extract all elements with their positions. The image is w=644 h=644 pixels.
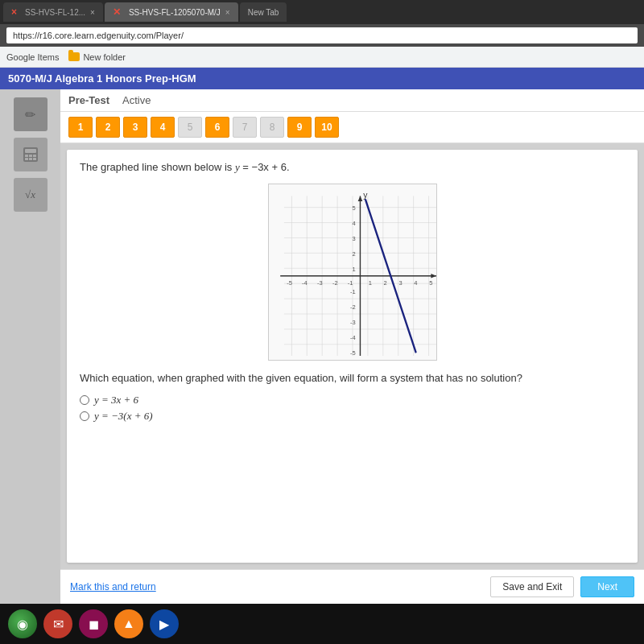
- answer-choice-b[interactable]: y = −3(x + 6): [80, 410, 625, 423]
- calculator-tool-button[interactable]: [14, 138, 47, 171]
- url-input[interactable]: [6, 27, 638, 43]
- formula-icon: √x: [25, 188, 35, 201]
- bottom-bar: Mark this and return Save and Exit Next: [60, 569, 644, 604]
- svg-text:-1: -1: [347, 279, 353, 287]
- svg-text:-5: -5: [350, 349, 356, 357]
- new-folder-label: New folder: [83, 52, 126, 62]
- question-tab-5[interactable]: 5: [178, 117, 202, 138]
- svg-text:3: 3: [352, 235, 355, 242]
- pretest-label: Pre-Test: [68, 94, 109, 106]
- answer-choice-a[interactable]: y = 3x + 6: [80, 394, 625, 407]
- question-tab-8[interactable]: 8: [260, 117, 284, 138]
- mail-icon: ✉: [53, 617, 64, 632]
- bookmark-new-folder[interactable]: New folder: [68, 52, 126, 62]
- svg-text:4: 4: [414, 279, 417, 287]
- tab-new-3[interactable]: New Tab: [240, 2, 287, 22]
- question-tab-10[interactable]: 10: [315, 117, 339, 138]
- app-header: 5070-M/J Algebra 1 Honors Prep-HGM: [0, 68, 644, 89]
- drive-icon: ▲: [122, 617, 135, 631]
- tab-x-btn-2[interactable]: ×: [225, 8, 230, 17]
- question-intro-text: The graphed line shown below is y = −3x …: [80, 161, 625, 174]
- address-bar: [0, 24, 644, 47]
- browser-chrome: × SS-HVS-FL-12... × ✕ SS-HVS-FL-1205070-…: [0, 0, 644, 68]
- right-panel: Pre-Test Active 1 2 3 4 5 6 7 8 9 10 The…: [60, 89, 644, 604]
- svg-rect-4: [33, 155, 36, 157]
- question-tab-2[interactable]: 2: [96, 117, 120, 138]
- tab-label-1: SS-HVS-FL-12...: [25, 8, 85, 17]
- svg-text:1: 1: [368, 279, 371, 287]
- pretest-bar: Pre-Test Active: [60, 89, 644, 112]
- chrome-taskbar-icon[interactable]: ◉: [8, 609, 37, 638]
- svg-text:-3: -3: [350, 319, 356, 326]
- calculator-icon: [22, 146, 39, 163]
- svg-marker-31: [357, 196, 362, 201]
- choice-b-label: y = −3(x + 6): [94, 410, 153, 423]
- bottom-buttons: Save and Exit Next: [490, 576, 634, 597]
- mark-return-link[interactable]: Mark this and return: [70, 581, 156, 592]
- pretest-status: Active: [122, 94, 151, 106]
- question-tab-9[interactable]: 9: [287, 117, 312, 138]
- question-tab-3[interactable]: 3: [123, 117, 147, 138]
- taskbar: ◉ ✉ ◼ ▲ ▶: [0, 604, 644, 644]
- equation-formula: y: [235, 161, 240, 173]
- answer-choices: y = 3x + 6 y = −3(x + 6): [80, 394, 625, 423]
- svg-text:1: 1: [352, 266, 355, 273]
- question-prompt: Which equation, when graphed with the gi…: [80, 372, 625, 384]
- svg-marker-30: [431, 274, 436, 279]
- question-content: The graphed line shown below is y = −3x …: [67, 150, 638, 563]
- radio-a[interactable]: [80, 395, 89, 405]
- bookmarks-bar: Google Items New folder: [0, 47, 644, 68]
- svg-rect-6: [29, 158, 32, 160]
- svg-rect-2: [25, 155, 28, 157]
- svg-text:-2: -2: [350, 303, 356, 311]
- tab-close-icon-2[interactable]: ✕: [113, 6, 121, 18]
- svg-rect-3: [29, 155, 32, 157]
- svg-text:-4: -4: [302, 279, 308, 287]
- tab-x-btn-1[interactable]: ×: [90, 8, 95, 17]
- chrome-icon: ◉: [17, 617, 28, 632]
- svg-text:2: 2: [383, 279, 386, 287]
- tab-label-3: New Tab: [248, 8, 279, 17]
- svg-text:4: 4: [352, 220, 355, 227]
- files-taskbar-icon[interactable]: ◼: [79, 609, 108, 638]
- svg-rect-7: [33, 158, 36, 160]
- google-items-label: Google Items: [6, 52, 59, 62]
- svg-text:-1: -1: [350, 288, 356, 295]
- play-icon: ▶: [159, 617, 169, 632]
- save-exit-button[interactable]: Save and Exit: [490, 576, 574, 597]
- svg-rect-1: [25, 149, 36, 153]
- question-tab-4[interactable]: 4: [151, 117, 175, 138]
- graph-container: x y -5 -4 -3 -2 -1 1 2 3 4 5: [80, 184, 625, 361]
- tab-active-2[interactable]: ✕ SS-HVS-FL-1205070-M/J ×: [105, 2, 238, 22]
- bookmark-google-items[interactable]: Google Items: [6, 52, 59, 62]
- main-content: 5070-M/J Algebra 1 Honors Prep-HGM ✏: [0, 68, 644, 604]
- choice-a-label: y = 3x + 6: [94, 394, 138, 407]
- radio-b[interactable]: [80, 411, 89, 421]
- question-tab-7[interactable]: 7: [233, 117, 257, 138]
- question-tab-6[interactable]: 6: [205, 117, 229, 138]
- question-tab-1[interactable]: 1: [68, 117, 93, 138]
- svg-text:-4: -4: [350, 334, 356, 341]
- drive-taskbar-icon[interactable]: ▲: [114, 609, 143, 638]
- svg-text:-5: -5: [287, 279, 292, 287]
- svg-text:5: 5: [352, 204, 355, 212]
- tab-close-icon-1[interactable]: ×: [11, 6, 17, 18]
- content-wrapper: ✏ √x Pre-Tes: [0, 89, 644, 604]
- svg-text:-3: -3: [316, 279, 322, 287]
- svg-text:-2: -2: [332, 279, 337, 287]
- tab-label-2: SS-HVS-FL-1205070-M/J: [129, 8, 221, 17]
- svg-text:y: y: [363, 191, 368, 200]
- tab-bar: × SS-HVS-FL-12... × ✕ SS-HVS-FL-1205070-…: [0, 0, 644, 24]
- question-tabs: 1 2 3 4 5 6 7 8 9 10: [60, 112, 644, 143]
- left-sidebar: ✏ √x: [0, 89, 60, 604]
- tab-inactive-1[interactable]: × SS-HVS-FL-12... ×: [3, 2, 103, 22]
- pencil-tool-button[interactable]: ✏: [14, 97, 47, 131]
- svg-text:2: 2: [352, 250, 355, 258]
- formula-tool-button[interactable]: √x: [14, 178, 47, 212]
- play-taskbar-icon[interactable]: ▶: [150, 609, 179, 638]
- svg-rect-5: [25, 158, 28, 160]
- coordinate-graph: x y -5 -4 -3 -2 -1 1 2 3 4 5: [268, 184, 437, 361]
- mail-taskbar-icon[interactable]: ✉: [43, 609, 72, 638]
- svg-text:5: 5: [429, 279, 432, 287]
- next-button[interactable]: Next: [580, 576, 634, 597]
